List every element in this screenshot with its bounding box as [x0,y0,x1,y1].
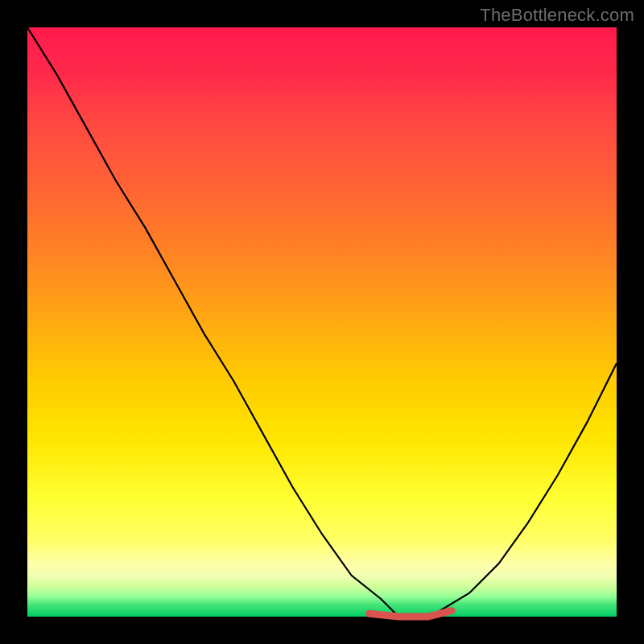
flat-segment-highlight [369,611,452,617]
bottleneck-curve [27,27,617,617]
chart-svg [27,27,617,617]
chart-plot-area [27,27,617,617]
watermark-text: TheBottleneck.com [480,5,634,26]
